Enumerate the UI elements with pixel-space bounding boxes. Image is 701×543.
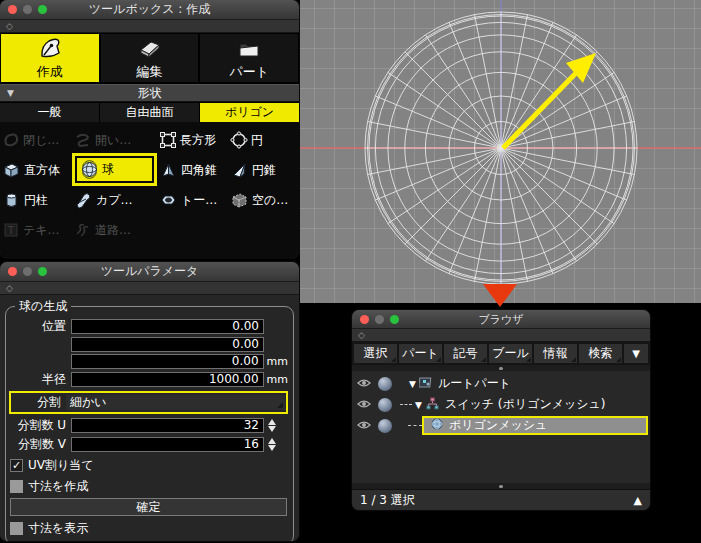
create-dimension-checkbox[interactable] <box>10 480 23 493</box>
tool-capsule[interactable]: カプ… <box>72 186 157 214</box>
params-gripbar[interactable]: ◇ <box>0 282 299 295</box>
pyramid-icon <box>159 161 178 180</box>
wireframe-sphere <box>365 12 637 284</box>
expand-triangle-icon[interactable]: ▼ <box>406 379 419 389</box>
collapse-diamond-icon[interactable]: ◇ <box>6 22 13 31</box>
scroll-up-icon[interactable]: ▲ <box>634 494 642 507</box>
uv-assign-checkbox[interactable] <box>10 459 23 472</box>
position-z-field[interactable]: 0.00 <box>71 354 264 369</box>
toolbox-titlebar[interactable]: ツールボックス : 作成 <box>0 0 299 20</box>
position-x-field[interactable]: 0.00 <box>71 319 264 334</box>
division-dropdown[interactable]: 細かい <box>66 395 285 410</box>
closed-line-icon <box>2 131 20 149</box>
tree-label[interactable]: スイッチ (ポリゴンメッシュ) <box>440 396 606 413</box>
show-dimension-row[interactable]: 寸法を表示 <box>10 520 288 537</box>
pane-divider[interactable] <box>352 483 650 489</box>
tool-cylinder[interactable]: 円柱 <box>0 186 72 214</box>
eye-icon[interactable] <box>357 377 371 391</box>
show-dimension-checkbox[interactable] <box>10 522 23 535</box>
text-icon: T <box>2 221 20 239</box>
tree-label[interactable]: ポリゴンメッシュ <box>444 417 547 434</box>
browser-menubar: 選択 パート 記号 ブール 情報 検索 ▼ <box>352 342 650 365</box>
category-polygon[interactable]: ポリゴン <box>200 103 299 122</box>
div-u-stepper[interactable] <box>264 419 288 432</box>
menu-info[interactable]: 情報 <box>534 344 577 363</box>
create-dimension-row[interactable]: 寸法を作成 <box>10 478 288 495</box>
minimize-button[interactable] <box>23 5 32 14</box>
3d-viewport[interactable] <box>300 0 701 303</box>
tool-rectangle[interactable]: 長方形 <box>157 126 228 154</box>
zoom-button[interactable] <box>390 315 399 324</box>
div-v-stepper[interactable] <box>264 438 288 451</box>
tab-edit[interactable]: 編集 <box>101 34 199 82</box>
tool-label: 円 <box>251 132 263 149</box>
tree-label[interactable]: ルートパート <box>433 375 511 392</box>
tab-part[interactable]: パート <box>200 34 298 82</box>
empty-mesh-icon <box>230 191 249 210</box>
browser-gripbar[interactable]: ◇ <box>352 329 650 342</box>
toolbox-gripbar[interactable]: ◇ <box>0 20 299 33</box>
render-flag-icon[interactable] <box>378 377 392 391</box>
menu-symbol[interactable]: 記号 <box>444 344 487 363</box>
radius-field[interactable]: 1000.00 <box>71 372 264 387</box>
confirm-button[interactable]: 確定 <box>10 498 287 516</box>
tool-torus[interactable]: トー… <box>157 186 228 214</box>
cylinder-icon <box>2 191 21 210</box>
shape-section-header[interactable]: ▼ 形状 <box>0 84 299 102</box>
position-y-field[interactable]: 0.00 <box>71 337 264 352</box>
tool-cone[interactable]: 円錐 <box>228 156 297 184</box>
close-button[interactable] <box>360 315 369 324</box>
div-u-label: 分割数 U <box>9 417 71 434</box>
menu-select[interactable]: 選択 <box>354 344 397 363</box>
close-button[interactable] <box>8 5 17 14</box>
tool-cuboid[interactable]: 直方体 <box>0 156 72 184</box>
group-title: 球の生成 <box>15 298 71 315</box>
uv-assign-row[interactable]: UV割り当て <box>10 457 288 474</box>
tool-closed-line: 閉じ… <box>0 126 72 154</box>
tree-row-root-part[interactable]: ▼ ルートパート <box>352 373 650 394</box>
menu-search[interactable]: 検索 <box>579 344 622 363</box>
unit-mm: mm <box>264 373 288 386</box>
menu-dropdown-button[interactable]: ▼ <box>624 344 648 363</box>
render-flag-icon[interactable] <box>378 419 392 433</box>
tool-open-line: 開い… <box>72 126 157 154</box>
pane-divider[interactable] <box>352 365 650 371</box>
rectangle-icon <box>159 131 177 149</box>
tool-empty-mesh[interactable]: 空の… <box>228 186 297 214</box>
minimize-button[interactable] <box>375 315 384 324</box>
params-titlebar[interactable]: ツールパラメータ <box>0 262 299 282</box>
tool-circle[interactable]: 円 <box>228 126 297 154</box>
tree-row-switch[interactable]: ▼ スイッチ (ポリゴンメッシュ) <box>352 394 650 415</box>
tool-label: 閉じ… <box>23 132 59 149</box>
tool-pyramid[interactable]: 四角錐 <box>157 156 228 184</box>
tool-grid: 閉じ… 開い… 長方形 円 直方体 <box>0 122 299 258</box>
tool-parameters-window: ツールパラメータ ◇ 球の生成 位置 0.00 0.00 0 <box>0 262 299 541</box>
selected-item-box[interactable]: ポリゴンメッシュ <box>422 416 648 435</box>
menu-boolean[interactable]: ブール <box>489 344 532 363</box>
collapse-triangle-icon[interactable]: ▼ <box>7 88 14 98</box>
zoom-button[interactable] <box>38 267 47 276</box>
tree-row-polygon-mesh[interactable]: ポリゴンメッシュ <box>352 415 650 436</box>
div-v-field[interactable]: 16 <box>71 437 264 452</box>
eye-icon[interactable] <box>357 419 371 433</box>
eraser-icon <box>137 36 163 62</box>
tool-sphere[interactable]: 球 <box>72 153 157 186</box>
tab-edit-label: 編集 <box>137 63 163 81</box>
minimize-button[interactable] <box>23 267 32 276</box>
close-button[interactable] <box>8 267 17 276</box>
div-u-field[interactable]: 32 <box>71 418 264 433</box>
expand-triangle-icon[interactable]: ▼ <box>412 400 425 410</box>
browser-titlebar[interactable]: ブラウザ <box>352 310 650 329</box>
division-row-highlighted: 分割 細かい <box>9 391 288 414</box>
render-flag-icon[interactable] <box>378 398 392 412</box>
zoom-button[interactable] <box>38 5 47 14</box>
menu-part[interactable]: パート <box>399 344 442 363</box>
category-general[interactable]: 一般 <box>0 103 99 122</box>
collapse-diamond-icon[interactable]: ◇ <box>6 284 13 293</box>
tab-create[interactable]: 作成 <box>1 34 99 82</box>
category-freeform[interactable]: 自由曲面 <box>100 103 199 122</box>
show-dimension-label: 寸法を表示 <box>28 520 88 537</box>
collapse-diamond-icon[interactable]: ◇ <box>358 331 365 340</box>
tool-label: テキ… <box>23 222 60 239</box>
eye-icon[interactable] <box>357 398 371 412</box>
